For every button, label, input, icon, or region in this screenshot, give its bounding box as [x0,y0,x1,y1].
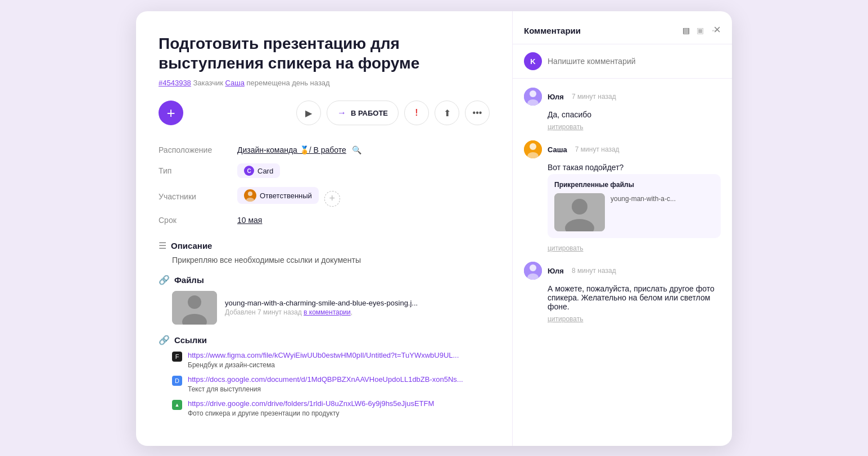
comment-body-0: Да, спасибо цитировать [548,110,721,131]
comment-1: Саша 7 минут назад Вот такая подойдет? П… [513,131,732,253]
deadline-link[interactable]: 10 мая [237,216,262,225]
link-info-1: https://docs.google.com/document/d/1MdQB… [188,375,463,394]
attachment-filename: young-man-with-a-c... [611,184,676,203]
more-button[interactable]: ••• [465,101,490,125]
comments-header: Комментарии ▤ ▣ ↔ [513,25,732,44]
type-icon: C [244,166,254,176]
svg-point-15 [530,265,536,271]
alert-button[interactable]: ! [404,101,429,125]
quote-button-2[interactable]: цитировать [548,315,584,323]
file-link[interactable]: young-man-with-a-charming-smile-and-blue… [225,299,418,307]
comment-header-2: Юля 8 минут назад [524,262,721,280]
file-info: young-man-with-a-charming-smile-and-blue… [225,299,418,316]
main-panel: Подготовить презентацию для выступления … [136,11,513,446]
play-button[interactable]: ▶ [296,101,321,125]
location-link[interactable]: Дизайн-команда 🏅/ В работе [237,145,346,154]
file-item: young-man-with-a-charming-smile-and-blue… [172,291,490,325]
add-button[interactable]: + [159,101,183,125]
fields-table: Расположение Дизайн-команда 🏅/ В работе … [159,141,490,229]
link-desc-1: Текст для выступления [188,385,261,393]
type-name: Card [257,167,273,175]
file-meta: Добавлен 7 минут назад в комментарии, [225,308,418,316]
add-member-button[interactable]: + [324,191,340,207]
comment-avatar-1 [524,140,542,158]
comment-header-1: Саша 7 минут назад [524,140,721,158]
comment-input-avatar: K [524,52,542,70]
gdocs-icon: D [172,376,182,386]
link-item-0: F https://www.figma.com/file/kCWyiEiwUUb… [172,351,490,370]
comments-title: Комментарии [524,26,581,35]
attachment-thumbnail [554,193,605,231]
more-icon: ••• [473,108,482,118]
comment-attachment-box: Прикрепленные файлы young-man-with-a-c..… [548,174,721,238]
type-label: Тип [159,159,237,183]
arrow-right-icon: → [337,108,346,118]
comment-input[interactable] [548,57,721,66]
view-btn-card[interactable]: ▣ [694,25,706,36]
comment-input-area: K [513,44,732,79]
task-client-link[interactable]: Саша [225,79,244,87]
link-desc-2: Фото спикера и другие презентации по про… [188,409,340,417]
comment-text-2: А можете, пожалуйста, прислать другое фо… [548,284,721,311]
deadline-row: Срок 10 мая [159,211,490,229]
files-header: 🔗 Файлы [159,275,490,285]
description-title: Описание [171,241,212,250]
file-added-text: Добавлен 7 минут назад [225,308,302,316]
task-moved: перемещена день назад [247,79,330,87]
share-icon: ⬆ [444,108,451,118]
play-icon: ▶ [305,108,312,118]
comment-time-1: 7 минут назад [575,145,620,153]
comment-author-1: Саша [548,145,567,154]
link-desc-0: Брендбук и дизайн-система [188,361,275,369]
comment-header-0: Юля 7 минут назад [524,88,721,106]
task-client-label: Заказчик [193,79,225,87]
link-url-1[interactable]: https://docs.google.com/document/d/1MdQB… [188,375,463,384]
file-comment-link[interactable]: в комментарии [304,308,351,316]
gdrive-icon: ▲ [172,400,182,410]
location-row: Расположение Дизайн-команда 🏅/ В работе … [159,141,490,159]
status-label: В РАБОТЕ [351,109,388,117]
link-item-1: D https://docs.google.com/document/d/1Md… [172,375,490,394]
task-title: Подготовить презентацию для выступления … [159,34,490,73]
member-avatar [244,189,256,202]
files-icon: 🔗 [159,275,170,285]
description-text: Прикрепляю все необходимые ссылки и доку… [172,256,490,265]
toolbar: + ▶ → В РАБОТЕ ! ⬆ ••• [159,101,490,125]
link-url-0[interactable]: https://www.figma.com/file/kCWyiEiwUUb0e… [188,351,459,359]
figma-icon: F [172,352,182,362]
type-badge[interactable]: C Card [237,163,280,178]
comments-panel: Комментарии ▤ ▣ ↔ K [513,11,732,446]
svg-point-3 [188,295,201,309]
close-button[interactable]: × [713,22,721,37]
task-modal: × Подготовить презентацию для выступлени… [136,11,732,446]
search-icon: 🔍 [352,145,361,154]
comment-0: Юля 7 минут назад Да, спасибо цитировать [513,79,732,131]
view-btn-list[interactable]: ▤ [680,25,692,36]
comment-time-2: 8 минут назад [572,267,616,275]
share-button[interactable]: ⬆ [435,101,459,125]
description-header: ☰ Описание [159,240,490,251]
deadline-value: 10 мая [237,211,490,229]
members-value: Ответственный + [237,183,490,211]
svg-point-12 [572,199,587,215]
links-section: 🔗 Ссылки F https://www.figma.com/file/kC… [159,335,490,418]
alert-icon: ! [415,108,418,118]
comment-time-0: 7 минут назад [572,93,616,101]
comment-author-2: Юля [548,267,564,275]
file-thumbnail [172,291,217,325]
task-id-link[interactable]: #4543938 [159,79,191,87]
quote-button-0[interactable]: цитировать [548,123,584,131]
comment-avatar-2 [524,262,542,280]
members-label: Участники [159,183,237,211]
task-meta: #4543938 Заказчик Саша перемещена день н… [159,79,490,87]
svg-point-1 [246,198,254,202]
links-title: Ссылки [174,335,207,345]
quote-button-1[interactable]: цитировать [548,244,584,252]
status-button[interactable]: → В РАБОТЕ [327,101,399,125]
link-item-2: ▲ https://drive.google.com/drive/folders… [172,399,490,418]
link-url-2[interactable]: https://drive.google.com/drive/folders/1… [188,399,434,408]
member-badge[interactable]: Ответственный [237,187,319,204]
link-info-0: https://www.figma.com/file/kCWyiEiwUUb0e… [188,351,459,370]
comment-body-1: Вот такая подойдет? Прикрепленные файлы … [548,163,721,253]
links-header: 🔗 Ссылки [159,335,490,345]
